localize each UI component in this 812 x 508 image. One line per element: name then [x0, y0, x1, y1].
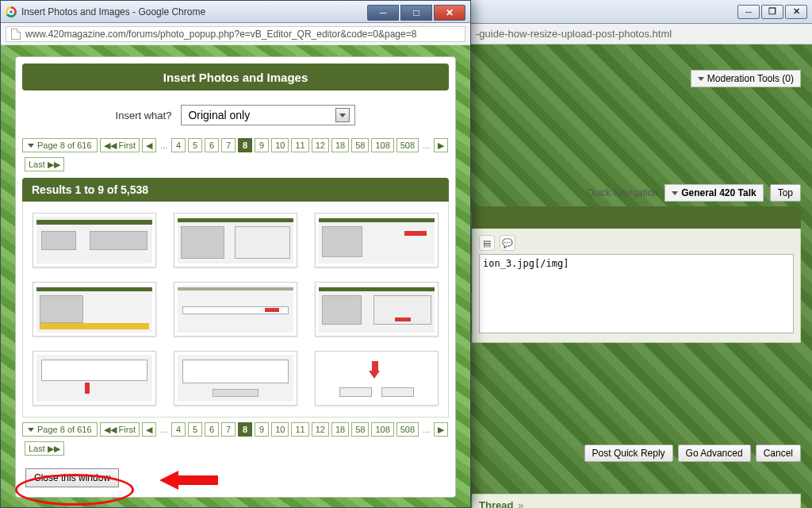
thread-label: Thread: [479, 499, 513, 509]
pager-page-10[interactable]: 10: [271, 138, 289, 152]
popup-window-title: Insert Photos and Images - Google Chrome: [21, 6, 205, 17]
film-icon[interactable]: ▤: [479, 235, 495, 251]
pager-last-button[interactable]: Last ▶▶: [25, 441, 64, 456]
pager-page-9[interactable]: 9: [255, 138, 269, 152]
quick-reply-box: ▤ 💬: [472, 229, 801, 343]
annotation-ellipse: [15, 474, 134, 506]
pager-page-508[interactable]: 508: [396, 422, 419, 437]
post-quick-reply-button[interactable]: Post Quick Reply: [584, 444, 673, 462]
photo-thumbnail[interactable]: [174, 282, 297, 337]
pager-next-button[interactable]: ▶: [434, 422, 448, 437]
pager-page-18[interactable]: 18: [331, 138, 349, 152]
reply-textarea[interactable]: [479, 254, 794, 333]
page-icon: [11, 29, 21, 40]
quick-navigation-dropdown[interactable]: General 420 Talk: [665, 184, 764, 202]
photo-thumbnail[interactable]: [315, 282, 439, 337]
moderation-tools-row: Moderation Tools (0): [691, 70, 801, 87]
photo-thumbnail[interactable]: [33, 213, 156, 267]
popup-address-row: www.420magazine.com/forums/photo_popup.p…: [1, 23, 470, 45]
results-header-bar: Results 1 to 9 of 5,538: [22, 178, 449, 202]
pager-page-7[interactable]: 7: [221, 422, 236, 437]
insert-what-value: Original only: [188, 109, 250, 121]
pager-ellipsis: ...: [421, 425, 431, 434]
pager-last-button[interactable]: Last ▶▶: [25, 157, 64, 171]
chrome-icon: [6, 6, 17, 17]
back-close-button[interactable]: ✕: [785, 5, 807, 19]
annotation-arrow-left-icon: [159, 471, 218, 490]
select-arrow-button[interactable]: [335, 108, 350, 122]
pager-page-108[interactable]: 108: [371, 422, 393, 437]
pager-page-6[interactable]: 6: [205, 422, 219, 437]
pager-page-508[interactable]: 508: [396, 138, 419, 152]
chevron-down-icon: [672, 191, 678, 195]
photo-thumbnail[interactable]: [315, 351, 439, 406]
pager-page-9[interactable]: 9: [255, 422, 269, 437]
quick-navigation-label: Quick Navigation: [586, 187, 658, 198]
insert-what-select[interactable]: Original only: [181, 105, 355, 125]
popup-maximize-button[interactable]: □: [400, 5, 432, 21]
pager-next-button[interactable]: ▶: [434, 138, 448, 152]
pager-page-dropdown[interactable]: Page 8 of 616: [22, 138, 98, 152]
reply-header-bar: [472, 206, 801, 229]
pager-page-8: 8: [238, 138, 252, 152]
photo-thumbnail[interactable]: [174, 351, 297, 406]
popup-browser-window: Insert Photos and Images - Google Chrome…: [0, 0, 471, 508]
pager-page-18[interactable]: 18: [331, 422, 349, 437]
pager-prev-button[interactable]: ◀: [142, 422, 156, 437]
pager-page-6[interactable]: 6: [205, 138, 219, 152]
popup-titlebar: Insert Photos and Images - Google Chrome…: [1, 1, 470, 23]
moderation-tools-dropdown[interactable]: Moderation Tools (0): [691, 70, 801, 87]
pager-ellipsis: ...: [421, 140, 431, 150]
reply-buttons-row: Post Quick Reply Go Advanced Cancel: [584, 444, 801, 462]
pager-page-10[interactable]: 10: [271, 422, 289, 437]
insert-what-row: Insert what? Original only: [16, 97, 455, 137]
quick-navigation-value: General 420 Talk: [681, 187, 756, 198]
pager-page-5[interactable]: 5: [188, 138, 202, 152]
pager-first-button[interactable]: ◀◀ First: [100, 138, 140, 152]
photo-thumbnail[interactable]: [174, 213, 297, 267]
pager-page-4[interactable]: 4: [171, 422, 186, 437]
raquo-icon: »: [518, 499, 523, 509]
photo-thumbnail[interactable]: [33, 351, 156, 406]
quick-navigation-row: Quick Navigation General 420 Talk Top: [586, 184, 801, 202]
top-button[interactable]: Top: [770, 184, 801, 202]
go-advanced-button[interactable]: Go Advanced: [678, 444, 751, 462]
popup-url: www.420magazine.com/forums/photo_popup.p…: [25, 29, 416, 40]
moderation-tools-label: Moderation Tools (0): [707, 73, 794, 84]
cancel-button[interactable]: Cancel: [756, 444, 801, 462]
speech-bubble-icon[interactable]: 💬: [500, 235, 515, 251]
pager-page-12[interactable]: 12: [312, 422, 329, 437]
pager-page-7[interactable]: 7: [221, 138, 236, 152]
back-restore-button[interactable]: ❐: [761, 5, 783, 19]
chevron-down-icon: [339, 114, 346, 117]
pager-top: Page 8 of 616◀◀ First◀...456789101112185…: [16, 137, 455, 173]
back-page-content: Moderation Tools (0) Quick Navigation Ge…: [472, 44, 801, 500]
pager-first-button[interactable]: ◀◀ First: [100, 422, 140, 437]
popup-content-panel: Insert Photos and Images Insert what? Or…: [15, 56, 456, 498]
pager-page-12[interactable]: 12: [312, 138, 329, 152]
chevron-down-icon: [698, 77, 704, 81]
pager-page-108[interactable]: 108: [371, 138, 393, 152]
pager-page-8: 8: [238, 422, 252, 437]
photo-thumbnail[interactable]: [315, 213, 439, 267]
pager-page-5[interactable]: 5: [188, 422, 202, 437]
pager-page-11[interactable]: 11: [291, 422, 308, 437]
insert-what-label: Insert what?: [116, 110, 172, 121]
photo-thumbnail[interactable]: [33, 282, 156, 337]
pager-prev-button[interactable]: ◀: [142, 138, 156, 152]
pager-bottom: Page 8 of 616◀◀ First◀...456789101112185…: [16, 421, 455, 457]
thread-nav-row[interactable]: Thread »: [472, 494, 801, 508]
pager-page-4[interactable]: 4: [171, 138, 186, 152]
pager-page-dropdown[interactable]: Page 8 of 616: [22, 422, 98, 437]
popup-address-bar[interactable]: www.420magazine.com/forums/photo_popup.p…: [6, 26, 465, 42]
pager-page-11[interactable]: 11: [291, 138, 308, 152]
insert-photos-header: Insert Photos and Images: [22, 64, 449, 90]
pager-ellipsis: ...: [159, 425, 169, 434]
popup-minimize-button[interactable]: ─: [367, 5, 399, 21]
pager-page-58[interactable]: 58: [351, 422, 369, 437]
pager-page-58[interactable]: 58: [351, 138, 369, 152]
pager-ellipsis: ...: [159, 140, 169, 150]
popup-body: Insert Photos and Images Insert what? Or…: [1, 45, 470, 507]
back-minimize-button[interactable]: ─: [737, 5, 760, 19]
popup-close-button[interactable]: ✕: [434, 5, 465, 21]
